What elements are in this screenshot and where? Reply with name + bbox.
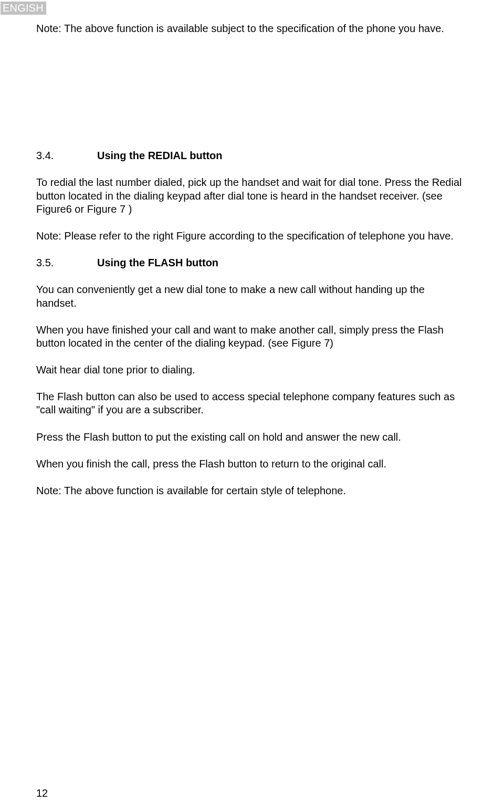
page-number: 12 [36,787,48,799]
content: Note: The above function is available su… [36,0,468,497]
section-3-5-para-1: You can conveniently get a new dial tone… [36,283,468,309]
section-3-5-para-2: When you have finished your call and wan… [36,324,468,350]
section-3-4-number: 3.4. [36,149,97,162]
section-3-5-para-5: Press the Flash button to put the existi… [36,431,468,444]
section-3-5-heading: 3.5.Using the FLASH button [36,256,468,269]
section-3-5-para-4: The Flash button can also be used to acc… [36,390,468,417]
page-container: ENGISH Note: The above function is avail… [0,0,504,812]
section-3-5-number: 3.5. [36,256,97,269]
section-3-5-title: Using the FLASH button [97,257,218,268]
section-3-4-title: Using the REDIAL button [97,150,223,161]
intro-note: Note: The above function is available su… [36,22,468,35]
language-tab: ENGISH [1,2,46,15]
spacer [36,35,468,149]
section-3-4-para-2: Note: Please refer to the right Figure a… [36,230,468,243]
section-3-5-para-6: When you finish the call, press the Flas… [36,457,468,471]
section-3-5-para-7: Note: The above function is available fo… [36,484,468,497]
section-3-4-para-1: To redial the last number dialed, pick u… [36,176,468,216]
section-3-4-heading: 3.4.Using the REDIAL button [36,149,468,162]
section-3-5-para-3: Wait hear dial tone prior to dialing. [36,363,468,377]
